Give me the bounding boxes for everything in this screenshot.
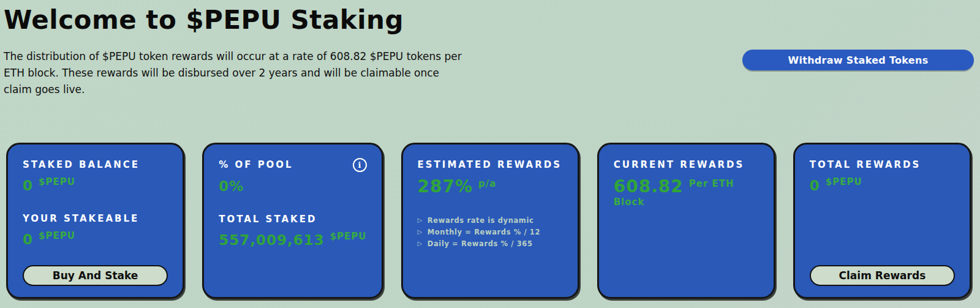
total-rewards-unit: $PEPU	[826, 176, 862, 187]
total-staked-block: TOTAL STAKED 557,009,613$PEPU	[219, 214, 366, 248]
page-title: Welcome to $PEPU Staking	[4, 5, 974, 35]
percent-of-pool-value: 0%	[219, 178, 244, 194]
total-rewards-card: TOTAL REWARDS 0$PEPU Claim Rewards	[793, 143, 971, 299]
info-icon[interactable]: i	[353, 158, 367, 172]
total-staked-value: 557,009,613	[219, 232, 325, 248]
pool-card: % OF POOL i 0% TOTAL STAKED 557,009,613$…	[202, 143, 383, 299]
rewards-note-text: Daily = Rewards % / 365	[428, 238, 533, 250]
rewards-note-text: Monthly = Rewards % / 12	[428, 227, 540, 238]
current-rewards-value-row: 608.82Per ETH Block	[614, 176, 759, 213]
your-stakeable-value-row: 0$PEPU	[23, 230, 168, 247]
staked-balance-value-row: 0$PEPU	[23, 176, 168, 193]
estimated-rewards-unit: p/a	[478, 178, 496, 189]
percent-of-pool-label: % OF POOL	[219, 159, 293, 170]
total-staked-label: TOTAL STAKED	[219, 214, 366, 225]
total-rewards-value-row: 0$PEPU	[810, 176, 955, 193]
staked-balance-label: STAKED BALANCE	[23, 159, 168, 170]
stats-card-row: STAKED BALANCE 0$PEPU YOUR STAKEABLE 0$P…	[4, 143, 974, 299]
claim-rewards-button[interactable]: Claim Rewards	[810, 265, 955, 286]
current-rewards-card: CURRENT REWARDS 608.82Per ETH Block	[597, 143, 775, 299]
triangle-bullet-icon: ▷	[418, 227, 423, 238]
rewards-note-item: ▷ Daily = Rewards % / 365	[418, 238, 563, 250]
percent-of-pool-value-row: 0%	[219, 178, 366, 194]
your-stakeable-label: YOUR STAKEABLE	[23, 213, 168, 224]
current-rewards-label: CURRENT REWARDS	[614, 159, 759, 170]
staked-balance-value: 0	[23, 178, 33, 193]
total-rewards-label: TOTAL REWARDS	[810, 159, 955, 170]
triangle-bullet-icon: ▷	[418, 239, 423, 249]
your-stakeable-value: 0	[23, 231, 33, 247]
buy-and-stake-button[interactable]: Buy And Stake	[23, 265, 168, 286]
estimated-rewards-card: ESTIMATED REWARDS 287%p/a ▷ Rewards rate…	[401, 143, 579, 299]
your-stakeable-unit: $PEPU	[39, 230, 75, 241]
staking-page: Welcome to $PEPU Staking The distributio…	[0, 0, 980, 299]
total-staked-unit: $PEPU	[330, 231, 367, 242]
rewards-note-item: ▷ Rewards rate is dynamic	[418, 215, 563, 227]
rewards-notes-list: ▷ Rewards rate is dynamic ▷ Monthly = Re…	[418, 215, 563, 250]
pool-card-header: % OF POOL i	[219, 159, 366, 172]
rewards-note-item: ▷ Monthly = Rewards % / 12	[418, 227, 563, 238]
estimated-rewards-value-row: 287%p/a	[418, 176, 563, 197]
staking-description: The distribution of $PEPU token rewards …	[4, 48, 462, 99]
estimated-rewards-label: ESTIMATED REWARDS	[418, 159, 563, 170]
total-rewards-value: 0	[810, 178, 820, 193]
estimated-rewards-value: 287%	[418, 176, 473, 197]
staked-balance-unit: $PEPU	[39, 176, 75, 187]
total-staked-value-row: 557,009,613$PEPU	[219, 231, 366, 248]
triangle-bullet-icon: ▷	[418, 216, 423, 226]
withdraw-staked-tokens-button[interactable]: Withdraw Staked Tokens	[742, 50, 974, 70]
stakeable-block: YOUR STAKEABLE 0$PEPU	[23, 213, 168, 247]
staked-balance-card: STAKED BALANCE 0$PEPU YOUR STAKEABLE 0$P…	[6, 143, 184, 299]
rewards-note-text: Rewards rate is dynamic	[428, 215, 534, 227]
header-row: The distribution of $PEPU token rewards …	[4, 48, 974, 99]
current-rewards-value: 608.82	[614, 176, 684, 197]
